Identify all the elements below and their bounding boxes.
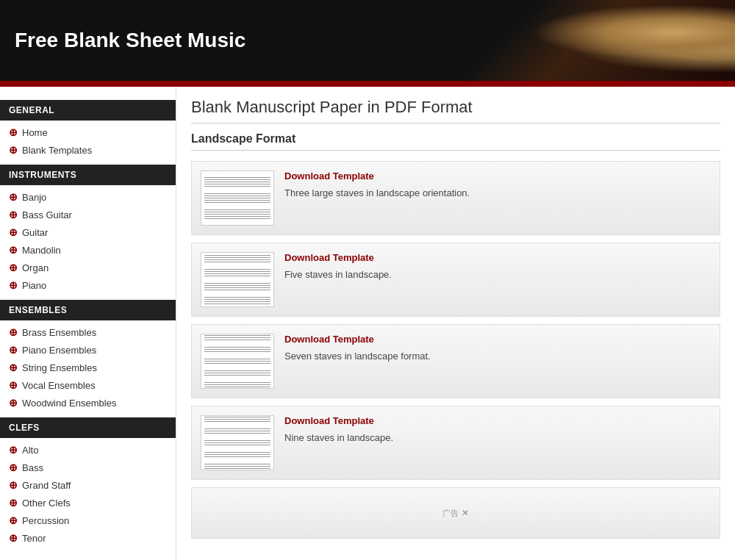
sidebar-item-blank-templates[interactable]: ⊕Blank Templates [0,141,176,159]
sidebar-item-label: Vocal Ensembles [22,380,96,391]
sidebar-item-organ[interactable]: ⊕Organ [0,259,176,276]
sidebar-item-label: Woodwind Ensembles [22,398,116,409]
download-link-0[interactable]: Download Template [284,170,374,182]
staff-line [204,464,270,464]
staff-line [204,454,270,455]
sidebar-item-label: Organ [22,262,49,273]
sidebar-item-tenor[interactable]: ⊕Tenor [0,529,176,547]
ad-close-button[interactable]: ✕ [462,508,469,518]
templates-container: Download TemplateThree large staves in l… [191,161,720,480]
stave-preview [204,209,270,219]
staff-line [204,428,270,429]
staff-line [204,351,270,352]
staff-line [204,276,270,276]
staff-line [204,433,270,434]
download-link-3[interactable]: Download Template [284,415,374,426]
download-link-2[interactable]: Download Template [284,334,374,345]
staff-line [204,347,270,348]
stave-preview [204,440,270,445]
plus-circle-icon: ⊕ [9,209,18,220]
staff-line [204,304,270,304]
plus-circle-icon: ⊕ [9,226,18,238]
staff-line [204,297,270,298]
staff-line [204,200,270,201]
sidebar-item-percussion[interactable]: ⊕Percussion [0,511,176,529]
sidebar-item-grand-staff[interactable]: ⊕Grand Staff [0,476,176,494]
sidebar-item-label: Mandolin [22,245,61,256]
sidebar-item-banjo[interactable]: ⊕Banjo [0,188,176,206]
staff-line [204,198,270,198]
staff-line [204,452,270,453]
staff-line [204,387,270,387]
template-description: Seven staves in landscape format. [284,351,711,362]
staff-line [204,384,270,385]
template-card-2: Download TemplateSeven staves in landsca… [191,324,720,398]
stave-preview [204,269,270,276]
sidebar-item-label: Piano Ensembles [22,345,96,356]
main-layout: GENERAL⊕Home⊕Blank TemplatesINSTRUMENTS⊕… [0,87,735,560]
template-card-0: Download TemplateThree large staves in l… [191,161,720,235]
staff-line [204,271,270,272]
page-title: Blank Manuscript Paper in PDF Format [191,98,720,123]
staff-line [204,290,270,290]
site-header: Free Blank Sheet Music [0,0,735,81]
staff-line [204,363,270,364]
staff-line [204,193,270,194]
sidebar-item-label: Banjo [22,192,46,203]
staff-line [204,212,270,212]
sidebar-item-brass-ensembles[interactable]: ⊕Brass Ensembles [0,323,176,341]
staff-line [204,184,270,184]
sidebar-item-bass-guitar[interactable]: ⊕Bass Guitar [0,206,176,223]
staff-line [204,359,270,359]
ad-label: 广告 [442,508,459,519]
stave-preview [204,370,270,376]
sidebar-item-string-ensembles[interactable]: ⊕String Ensembles [0,359,176,376]
staff-line [204,419,270,420]
template-info: Download TemplateFive staves in landscap… [284,252,711,280]
download-link-1[interactable]: Download Template [284,252,374,263]
sidebar-item-bass[interactable]: ⊕Bass [0,459,176,476]
stave-preview [204,193,270,203]
sidebar-item-alto[interactable]: ⊕Alto [0,441,176,459]
sidebar-item-label: Alto [22,445,38,456]
staff-line [204,440,270,441]
plus-circle-icon: ⊕ [9,279,18,291]
sidebar-section-general: GENERAL [0,100,176,121]
staff-line [204,421,270,422]
staff-line [204,218,270,219]
staff-line [204,257,270,258]
sidebar-item-mandolin[interactable]: ⊕Mandolin [0,241,176,259]
staff-line [204,273,270,274]
staff-line [204,301,270,302]
plus-circle-icon: ⊕ [9,497,18,509]
site-title: Free Blank Sheet Music [15,29,245,52]
plus-circle-icon: ⊕ [9,514,18,526]
sidebar-item-piano[interactable]: ⊕Piano [0,276,176,294]
staff-line [204,255,270,256]
stave-preview [204,359,270,364]
plus-circle-icon: ⊕ [9,532,18,544]
sidebar-item-woodwind-ensembles[interactable]: ⊕Woodwind Ensembles [0,394,176,412]
staff-line [204,287,270,288]
staff-line [204,262,270,262]
main-content: Blank Manuscript Paper in PDF Format Lan… [176,87,735,560]
sidebar-item-other-clefs[interactable]: ⊕Other Clefs [0,494,176,511]
stave-preview [204,464,270,469]
sidebar-item-vocal-ensembles[interactable]: ⊕Vocal Ensembles [0,376,176,394]
sidebar-item-label: Bass [22,462,43,473]
staff-line [204,468,270,469]
staff-line [204,375,270,376]
staff-line [204,442,270,443]
stave-preview [204,382,270,387]
template-info: Download TemplateSeven staves in landsca… [284,334,711,362]
plus-circle-icon: ⊕ [9,326,18,338]
template-preview [201,170,274,226]
template-card-1: Download TemplateFive staves in landscap… [191,243,720,317]
template-preview [201,334,274,389]
sidebar-item-home[interactable]: ⊕Home [0,123,176,141]
sidebar-item-piano-ensembles[interactable]: ⊕Piano Ensembles [0,341,176,359]
stave-preview [204,177,270,187]
sidebar-section-instruments: INSTRUMENTS [0,165,176,185]
sidebar-item-guitar[interactable]: ⊕Guitar [0,223,176,241]
plus-circle-icon: ⊕ [9,244,18,256]
